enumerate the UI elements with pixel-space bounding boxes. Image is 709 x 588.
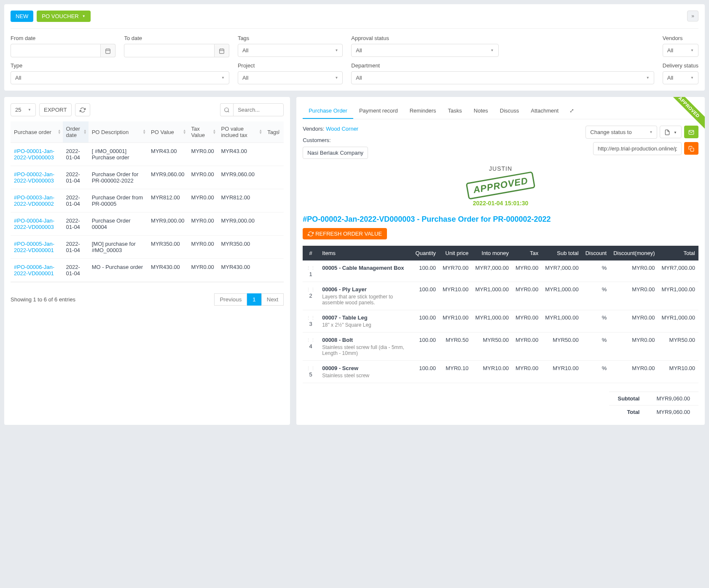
approval-stamp: JUSTIN APPROVED 2022-01-04 15:01:30: [303, 165, 698, 207]
svg-rect-11: [690, 148, 694, 151]
new-button[interactable]: NEW: [11, 11, 33, 22]
tags-select[interactable]: All: [238, 44, 343, 57]
vendors-label: Vendors:: [303, 126, 324, 132]
tab-reminders[interactable]: Reminders: [404, 103, 442, 119]
customers-label: Customers:: [303, 137, 577, 143]
export-button[interactable]: EXPORT: [39, 103, 72, 116]
filter-panel: » NEW PO VOUCHER From date To date: [4, 4, 705, 91]
tab-tasks[interactable]: Tasks: [442, 103, 468, 119]
chevron-right-icon: »: [691, 13, 694, 19]
next-page-button[interactable]: Next: [261, 293, 284, 306]
drag-handle-icon[interactable]: ⋮⋮: [306, 266, 315, 271]
po-link[interactable]: #PO-00004-Jan-2022-VD000003: [14, 217, 54, 230]
search-input[interactable]: [233, 103, 284, 116]
vendor-link[interactable]: Wood Corner: [326, 126, 358, 132]
filter-delivery-status: Delivery status All: [663, 62, 698, 84]
col-order[interactable]: Purchase order▲▼: [11, 121, 63, 143]
col-tax[interactable]: Tax Value▲▼: [188, 121, 218, 143]
change-status-select[interactable]: Change status to: [585, 126, 657, 139]
svg-rect-4: [220, 49, 224, 54]
delivery-status-select[interactable]: All: [663, 71, 698, 84]
drag-handle-icon[interactable]: ⋮⋮: [306, 366, 315, 371]
col-value[interactable]: PO Value▲▼: [148, 121, 188, 143]
showing-label: Showing 1 to 6 of 6 entries: [11, 296, 75, 303]
refresh-icon: [308, 231, 314, 237]
po-list-panel: 25 EXPORT Purchase orde: [4, 97, 290, 425]
table-row[interactable]: #PO-00004-Jan-2022-VD000003 2022-01-04 P…: [11, 212, 284, 236]
item-row: ⋮⋮ 3 00007 - Table Leg18" x 2½" Square L…: [303, 310, 698, 333]
table-row[interactable]: #PO-00006-Jan-2022-VD000001 2022-01-04 M…: [11, 259, 284, 282]
from-date-input[interactable]: [11, 44, 101, 57]
customer-chip[interactable]: Nasi Berlauk Company: [303, 147, 368, 159]
filter-department: Department All: [351, 62, 654, 84]
drag-handle-icon[interactable]: ⋮⋮: [306, 315, 315, 320]
page-1-button[interactable]: 1: [247, 293, 261, 306]
tab-attachment[interactable]: Attachment: [525, 103, 564, 119]
po-link[interactable]: #PO-00002-Jan-2022-VD000003: [14, 171, 54, 184]
col-tags[interactable]: Tags▲▼: [264, 121, 282, 143]
share-url-input[interactable]: [593, 142, 682, 155]
tab-purchase-order[interactable]: Purchase Order: [303, 103, 353, 119]
col-desc[interactable]: PO Description▲▼: [89, 121, 148, 143]
po-voucher-button[interactable]: PO VOUCHER: [37, 11, 90, 22]
type-select[interactable]: All: [11, 71, 229, 84]
subtotal-value: MYR9,060.00: [648, 392, 698, 405]
pdf-dropdown-button[interactable]: [660, 126, 682, 138]
table-row[interactable]: #PO-00001-Jan-2022-VD000003 2022-01-04 […: [11, 143, 284, 166]
totals-block: SubtotalMYR9,060.00 TotalMYR9,060.00: [303, 392, 698, 419]
calendar-icon[interactable]: [101, 44, 115, 57]
filter-tags: Tags All: [238, 35, 343, 57]
page-size-select[interactable]: 25: [11, 103, 36, 116]
filters-grid: From date To date Tags All Approval stat…: [11, 35, 698, 84]
refresh-icon: [80, 107, 86, 113]
filter-project: Project All: [238, 62, 343, 84]
email-button[interactable]: [684, 126, 698, 138]
vendors-select[interactable]: All: [663, 44, 698, 57]
drag-handle-icon[interactable]: ⋮⋮: [306, 338, 315, 343]
tab-discuss[interactable]: Discuss: [494, 103, 525, 119]
detail-tabs: Purchase Order Payment record Reminders …: [303, 103, 698, 119]
col-status[interactable]: Status: [282, 121, 284, 143]
items-table: # Items Quantity Unit price Into money T…: [303, 246, 698, 383]
col-incl[interactable]: PO value inclued tax▲▼: [218, 121, 264, 143]
approval-status-select[interactable]: All: [351, 44, 498, 57]
po-title: #PO-00002-Jan-2022-VD000003 - Purchase O…: [303, 215, 698, 224]
refresh-list-button[interactable]: [75, 103, 90, 116]
po-detail-panel: Approved Purchase Order Payment record R…: [296, 97, 705, 425]
tab-notes[interactable]: Notes: [468, 103, 494, 119]
copy-icon: [688, 145, 694, 151]
po-link[interactable]: #PO-00001-Jan-2022-VD000003: [14, 148, 54, 161]
to-date-input[interactable]: [124, 44, 214, 57]
svg-line-9: [228, 111, 229, 113]
col-disc: Discount: [582, 246, 610, 260]
table-row[interactable]: #PO-00003-Jan-2022-VD000002 2022-01-04 P…: [11, 189, 284, 212]
pdf-icon: [664, 129, 672, 135]
po-link[interactable]: #PO-00003-Jan-2022-VD000002: [14, 194, 54, 207]
po-link[interactable]: #PO-00005-Jan-2022-VD000001: [14, 241, 54, 253]
calendar-icon[interactable]: [215, 44, 229, 57]
department-select[interactable]: All: [351, 71, 654, 84]
item-row: ⋮⋮ 1 00005 - Cable Management Box 100.00…: [303, 260, 698, 282]
svg-rect-0: [106, 49, 110, 54]
project-select[interactable]: All: [238, 71, 343, 84]
table-row[interactable]: #PO-00005-Jan-2022-VD000001 2022-01-04 […: [11, 236, 284, 259]
po-table: Purchase order▲▼ Order date▲▼ PO Descrip…: [11, 121, 284, 282]
search-icon: [220, 103, 233, 117]
filter-vendors: Vendors All: [663, 35, 698, 57]
filter-from-date: From date: [11, 35, 115, 57]
horizontal-scrollbar[interactable]: [11, 284, 284, 289]
tab-payment-record[interactable]: Payment record: [353, 103, 404, 119]
po-link[interactable]: #PO-00006-Jan-2022-VD000001: [14, 264, 54, 277]
drag-handle-icon[interactable]: ⋮⋮: [306, 287, 315, 292]
copy-url-button[interactable]: [684, 142, 698, 154]
col-qty: Quantity: [412, 246, 439, 260]
svg-point-8: [225, 108, 228, 112]
collapse-panel-button[interactable]: »: [687, 11, 698, 21]
prev-page-button[interactable]: Previous: [214, 293, 247, 306]
table-row[interactable]: #PO-00002-Jan-2022-VD000003 2022-01-04 P…: [11, 166, 284, 189]
refresh-order-value-button[interactable]: REFRESH ORDER VALUE: [303, 228, 387, 240]
col-date[interactable]: Order date▲▼: [63, 121, 89, 143]
expand-button[interactable]: ⤢: [564, 103, 579, 119]
envelope-icon: [688, 129, 694, 135]
toolbar: NEW PO VOUCHER: [11, 11, 698, 29]
